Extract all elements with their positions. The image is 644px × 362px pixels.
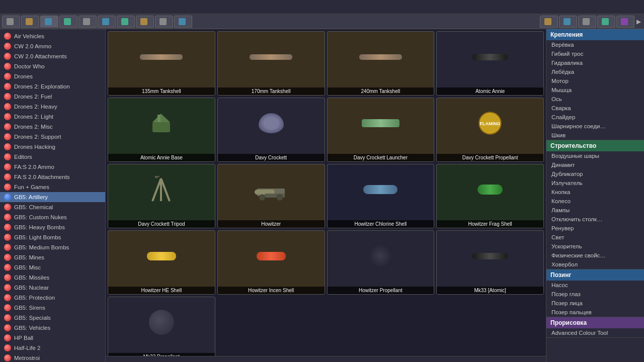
grid-item-5[interactable]: Davy Crockett bbox=[217, 98, 325, 162]
panel-section-header-0[interactable]: Крепления bbox=[546, 29, 644, 40]
tab-drvrej[interactable] bbox=[559, 16, 577, 28]
sidebar-item-15[interactable]: Fun + Games bbox=[0, 182, 105, 192]
grid-item-1[interactable]: 170mm Tankshell bbox=[217, 31, 325, 96]
sidebar-item-11[interactable]: Drones Hacking bbox=[0, 142, 105, 152]
sidebar-item-13[interactable]: FA:S 2.0 Ammo bbox=[0, 162, 105, 172]
sidebar-item-22[interactable]: GB5: Mines bbox=[0, 252, 105, 262]
panel-item-1-3[interactable]: Излучатель bbox=[546, 178, 644, 188]
horizontal-scrollbar[interactable] bbox=[106, 356, 546, 362]
sidebar-item-26[interactable]: GB5: Protection bbox=[0, 293, 105, 303]
sidebar-item-18[interactable]: GB5: Custom Nukes bbox=[0, 212, 105, 222]
panel-item-1-6[interactable]: Лампы bbox=[546, 206, 644, 215]
tab-transport[interactable] bbox=[98, 16, 116, 28]
grid-item-16[interactable]: Mk33 Propellant bbox=[108, 297, 215, 356]
tab-npc[interactable] bbox=[59, 16, 77, 28]
sidebar-item-3[interactable]: Doctor Who bbox=[0, 61, 105, 71]
tab-bar-arrow[interactable]: ▶ bbox=[635, 18, 642, 25]
sidebar-item-28[interactable]: GB5: Specials bbox=[0, 313, 105, 323]
tab-weapons[interactable] bbox=[21, 16, 39, 28]
sidebar-item-29[interactable]: GB5: Vehicles bbox=[0, 323, 105, 333]
panel-item-2-3[interactable]: Позер пальцев bbox=[546, 308, 644, 317]
sidebar-item-6[interactable]: Drones 2: Fuel bbox=[0, 92, 105, 102]
sidebar-item-17[interactable]: GB5: Chemical bbox=[0, 202, 105, 212]
sidebar-item-1[interactable]: CW 2.0 Ammo bbox=[0, 41, 105, 51]
grid-item-15[interactable]: Mk33 [Atomic] bbox=[436, 230, 544, 295]
sidebar-item-8[interactable]: Drones 2: Light bbox=[0, 112, 105, 122]
panel-item-2-2[interactable]: Позер лица bbox=[546, 299, 644, 308]
tab-scars[interactable] bbox=[78, 16, 97, 28]
sidebar-item-10[interactable]: Drones 2: Support bbox=[0, 132, 105, 142]
tab-lists[interactable] bbox=[2, 16, 20, 28]
panel-item-0-1[interactable]: Гибкий трос bbox=[546, 49, 644, 58]
panel-item-0-8[interactable]: Слайдер bbox=[546, 113, 644, 122]
sidebar-item-0[interactable]: Air Vehicles bbox=[0, 31, 105, 41]
panel-item-0-2[interactable]: Гидравлика bbox=[546, 58, 644, 67]
panel-item-1-7[interactable]: Отключить столк… bbox=[546, 215, 644, 224]
sidebar-item-4[interactable]: Drones bbox=[0, 71, 105, 81]
panel-item-1-12[interactable]: Ховербол bbox=[546, 260, 644, 269]
tab-tools[interactable] bbox=[540, 16, 558, 28]
panel-section-header-2[interactable]: Позинг bbox=[546, 269, 644, 281]
tab-pills[interactable] bbox=[117, 16, 135, 28]
panel-item-3-0[interactable]: Advanced Colour Tool bbox=[546, 328, 644, 337]
grid-item-9[interactable]: Howitzer bbox=[217, 164, 325, 228]
sidebar-item-19[interactable]: GB5: Heavy Bombs bbox=[0, 222, 105, 232]
panel-item-0-7[interactable]: Сварка bbox=[546, 104, 644, 113]
sidebar-item-32[interactable]: Metrostroi bbox=[0, 353, 105, 362]
panel-item-1-9[interactable]: Свет bbox=[546, 233, 644, 242]
grid-item-3[interactable]: Atomic Annie bbox=[436, 31, 544, 96]
sidebar-item-12[interactable]: Editors bbox=[0, 152, 105, 162]
panel-section-header-3[interactable]: Прорисовка bbox=[546, 317, 644, 328]
panel-section-header-1[interactable]: Строительство bbox=[546, 140, 644, 151]
grid-item-7[interactable]: FLAMING Davy Crockett Propellant bbox=[436, 98, 544, 162]
grid-item-11[interactable]: Howitzer Frag Shell bbox=[436, 164, 544, 228]
tab-saves[interactable] bbox=[174, 16, 192, 28]
panel-item-1-5[interactable]: Колесо bbox=[546, 197, 644, 206]
panel-item-1-2[interactable]: Дубликатор bbox=[546, 169, 644, 178]
panel-item-1-11[interactable]: Физические свойс… bbox=[546, 251, 644, 260]
grid-item-6[interactable]: Davy Crockett Launcher bbox=[327, 98, 435, 162]
grid-item-12[interactable]: Howitzer HE Shell bbox=[108, 230, 215, 295]
grid-item-8[interactable]: Davy Crockett Tripod bbox=[108, 164, 215, 228]
sidebar-item-24[interactable]: GB5: Missiles bbox=[0, 273, 105, 283]
panel-item-2-1[interactable]: Позер глаз bbox=[546, 290, 644, 299]
sidebar-item-20[interactable]: GB5: Light Bombs bbox=[0, 232, 105, 242]
tab-pp[interactable] bbox=[597, 16, 615, 28]
sidebar-item-31[interactable]: Half-Life 2 bbox=[0, 343, 105, 353]
tab-options[interactable] bbox=[578, 16, 596, 28]
panel-item-2-0[interactable]: Насос bbox=[546, 281, 644, 290]
sidebar-item-25[interactable]: GB5: Nuclear bbox=[0, 283, 105, 293]
sidebar-item-16[interactable]: GB5: Artillery bbox=[0, 192, 105, 202]
sidebar-item-9[interactable]: Drones 2: Misc bbox=[0, 122, 105, 132]
sidebar-item-27[interactable]: GB5: Sirens bbox=[0, 303, 105, 313]
panel-item-0-5[interactable]: Мышца bbox=[546, 85, 644, 95]
panel-item-1-0[interactable]: Воздушные шары bbox=[546, 151, 644, 160]
sidebar-item-14[interactable]: FA:S 2.0 Attachments bbox=[0, 172, 105, 182]
sidebar-item-21[interactable]: GB5: Medium Bombs bbox=[0, 242, 105, 252]
panel-item-1-4[interactable]: Кнопка bbox=[546, 188, 644, 197]
panel-item-0-4[interactable]: Мотор bbox=[546, 76, 644, 85]
sidebar-item-7[interactable]: Drones 2: Heavy bbox=[0, 102, 105, 112]
panel-item-1-10[interactable]: Ускоритель bbox=[546, 242, 644, 251]
panel-item-0-9[interactable]: Шарнирное соеди… bbox=[546, 122, 644, 131]
tab-util[interactable] bbox=[616, 16, 634, 28]
grid-item-10[interactable]: Howitzer Chlorine Shell bbox=[327, 164, 435, 228]
panel-item-1-1[interactable]: Динамит bbox=[546, 160, 644, 169]
sidebar-item-2[interactable]: CW 2.0 Attachments bbox=[0, 51, 105, 61]
grid-item-14[interactable]: Howitzer Propellant bbox=[327, 230, 435, 295]
panel-item-0-3[interactable]: Лебёдка bbox=[546, 67, 644, 76]
panel-item-1-8[interactable]: Ренувер bbox=[546, 224, 644, 233]
panel-item-0-6[interactable]: Ось bbox=[546, 95, 644, 104]
grid-item-13[interactable]: Howitzer Incen Shell bbox=[217, 230, 325, 295]
grid-item-0[interactable]: 135mm Tankshell bbox=[108, 31, 215, 96]
grid-item-2[interactable]: 240mm Tankshell bbox=[327, 31, 435, 96]
tab-entities[interactable] bbox=[40, 16, 58, 28]
tab-postproc[interactable] bbox=[155, 16, 173, 28]
tab-vjbase[interactable] bbox=[136, 16, 154, 28]
sidebar-item-5[interactable]: Drones 2: Exploration bbox=[0, 81, 105, 92]
sidebar-item-30[interactable]: HP Ball bbox=[0, 333, 105, 343]
sidebar-item-23[interactable]: GB5: Misc bbox=[0, 262, 105, 273]
panel-item-0-0[interactable]: Верёвка bbox=[546, 40, 644, 49]
panel-item-0-10[interactable]: Шкив bbox=[546, 131, 644, 140]
grid-item-4[interactable]: Atomic Annie Base bbox=[108, 98, 215, 162]
